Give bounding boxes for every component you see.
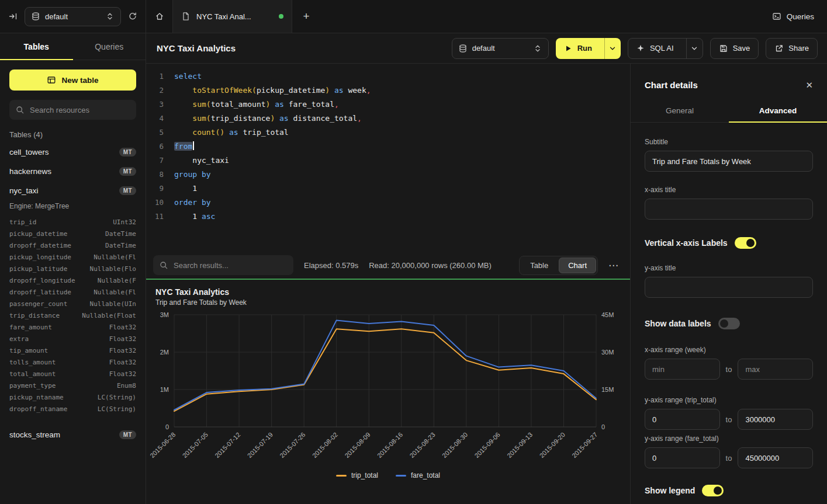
show-legend-toggle[interactable] bbox=[702, 485, 724, 496]
view-tab-chart[interactable]: Chart bbox=[559, 258, 596, 273]
collapse-sidebar-icon[interactable] bbox=[8, 12, 18, 21]
line-number: 3 bbox=[146, 98, 164, 112]
header-database-selector[interactable]: default bbox=[452, 38, 549, 59]
panel-tab-general[interactable]: General bbox=[631, 99, 729, 122]
svg-text:2015-07-12: 2015-07-12 bbox=[213, 431, 241, 459]
column-type: Nullable(Float bbox=[82, 312, 136, 319]
engine-badge: MT bbox=[119, 148, 136, 157]
results-search-input[interactable] bbox=[174, 261, 288, 270]
show-data-labels-toggle[interactable] bbox=[718, 318, 740, 329]
tables-list: cell_towersMThackernewsMTnyc_taxiMTEngin… bbox=[0, 142, 146, 504]
yaxis-range-trip-min-input[interactable] bbox=[645, 409, 720, 430]
vertical-xaxis-labels-toggle[interactable] bbox=[735, 237, 756, 249]
table-item[interactable]: hackernewsMT bbox=[0, 162, 146, 181]
column-row: dropoff_longitudeNullable(F bbox=[9, 274, 136, 286]
refresh-icon[interactable] bbox=[128, 12, 137, 21]
code-line: 10order by bbox=[146, 196, 630, 210]
column-type: Float32 bbox=[109, 370, 136, 378]
database-selector[interactable]: default bbox=[25, 7, 121, 26]
subtitle-input[interactable] bbox=[645, 151, 813, 172]
code-line: 7 nyc_taxi bbox=[146, 154, 630, 168]
share-button[interactable]: Share bbox=[766, 38, 818, 59]
legend-item[interactable]: fare_total bbox=[396, 471, 440, 479]
column-type: UInt32 bbox=[113, 218, 136, 226]
code-line: 2 toStartOfWeek(pickup_datetime) as week… bbox=[146, 84, 630, 98]
read-stats-text: Read: 20,000,000 rows (260.00 MB) bbox=[369, 261, 492, 270]
new-table-button[interactable]: New table bbox=[9, 69, 136, 91]
more-options-icon[interactable]: ⋯ bbox=[608, 260, 623, 270]
code-text: 1 asc bbox=[174, 210, 215, 224]
xaxis-range-max-input[interactable] bbox=[738, 359, 813, 380]
show-data-labels-row: Show data labels bbox=[645, 318, 813, 329]
code-text: select bbox=[174, 69, 202, 84]
sql-ai-button[interactable]: SQL AI bbox=[628, 39, 681, 58]
sidebar-tab-queries[interactable]: Queries bbox=[73, 33, 146, 60]
save-button-label: Save bbox=[733, 44, 750, 53]
yaxis-range-trip-max-input[interactable] bbox=[738, 409, 813, 430]
xaxis-range-min-input[interactable] bbox=[645, 359, 720, 380]
line-number: 10 bbox=[146, 196, 164, 210]
column-row: dropoff_datetimeDateTime bbox=[9, 239, 136, 251]
sql-editor[interactable]: 1select2 toStartOfWeek(pickup_datetime) … bbox=[146, 64, 630, 252]
run-options-button[interactable] bbox=[604, 38, 621, 59]
yaxis-range-fare-max-input[interactable] bbox=[738, 447, 813, 468]
view-tab-table[interactable]: Table bbox=[521, 258, 558, 273]
svg-text:2015-07-19: 2015-07-19 bbox=[246, 431, 274, 459]
new-tab-button[interactable]: + bbox=[292, 0, 320, 33]
home-button[interactable] bbox=[146, 0, 173, 33]
code-line: 1select bbox=[146, 69, 630, 84]
column-list: trip_idUInt32pickup_datetimeDateTimedrop… bbox=[0, 216, 146, 419]
results-chart: 001M15M2M30M3M45M2015-06-282015-07-05201… bbox=[148, 308, 623, 483]
run-button[interactable]: Run bbox=[556, 38, 600, 59]
vertical-xaxis-labels-row: Vertical x-axis Labels bbox=[645, 237, 813, 249]
table-item[interactable]: nyc_taxiMT bbox=[0, 181, 146, 200]
code-text: group by bbox=[174, 168, 211, 182]
chevron-down-icon bbox=[608, 44, 617, 53]
yaxis-range-fare-min-input[interactable] bbox=[645, 447, 720, 468]
header-controls: default Run bbox=[452, 38, 818, 59]
database-icon bbox=[31, 12, 40, 21]
legend-item[interactable]: trip_total bbox=[336, 471, 378, 479]
close-icon[interactable]: ✕ bbox=[805, 81, 813, 89]
to-label: to bbox=[726, 365, 732, 374]
chart-legend: trip_totalfare_total bbox=[146, 471, 630, 479]
sidebar-tab-tables[interactable]: Tables bbox=[0, 33, 73, 60]
yaxis-title-input[interactable] bbox=[645, 277, 813, 298]
svg-text:0: 0 bbox=[601, 423, 605, 430]
line-number: 1 bbox=[146, 69, 164, 84]
column-row: total_amountFloat32 bbox=[9, 368, 136, 380]
code-text: toStartOfWeek(pickup_datetime) as week, bbox=[174, 84, 371, 98]
updown-chevrons-icon bbox=[533, 44, 542, 53]
table-item[interactable]: cell_towersMT bbox=[0, 142, 146, 162]
save-button[interactable]: Save bbox=[710, 38, 759, 59]
xaxis-title-input[interactable] bbox=[645, 199, 813, 220]
panel-tab-advanced[interactable]: Advanced bbox=[729, 99, 827, 122]
column-type: LC(String) bbox=[98, 405, 136, 413]
sql-ai-options-button[interactable] bbox=[686, 39, 703, 58]
table-item[interactable]: stocks_streamMT bbox=[0, 425, 146, 444]
line-number: 5 bbox=[146, 126, 164, 140]
column-name: dropoff_latitude bbox=[9, 289, 71, 296]
save-icon bbox=[719, 44, 728, 53]
svg-text:2M: 2M bbox=[160, 349, 169, 356]
column-row: fare_amountFloat32 bbox=[9, 321, 136, 333]
queries-icon bbox=[772, 12, 781, 21]
query-tab[interactable]: NYC Taxi Anal... bbox=[173, 0, 292, 33]
queries-button[interactable]: Queries bbox=[772, 12, 814, 21]
code-text: order by bbox=[174, 196, 211, 210]
header-database-value: default bbox=[472, 44, 528, 53]
code-line: 11 1 asc bbox=[146, 210, 630, 224]
chart-subtitle: Trip and Fare Totals by Week bbox=[146, 298, 630, 307]
svg-text:15M: 15M bbox=[601, 386, 614, 393]
column-row: pickup_latitudeNullable(Flo bbox=[9, 263, 136, 274]
line-number: 4 bbox=[146, 112, 164, 126]
play-icon bbox=[563, 44, 573, 53]
search-icon bbox=[159, 260, 168, 270]
chart-panel: NYC Taxi Analytics Trip and Fare Totals … bbox=[146, 280, 630, 504]
unsaved-dot bbox=[279, 14, 283, 19]
column-name: pickup_longitude bbox=[9, 253, 71, 261]
column-name: total_amount bbox=[9, 370, 56, 378]
column-name: dropoff_datetime bbox=[9, 242, 71, 249]
sql-ai-button-group: SQL AI bbox=[628, 38, 703, 59]
sidebar-search-input[interactable] bbox=[30, 106, 130, 114]
